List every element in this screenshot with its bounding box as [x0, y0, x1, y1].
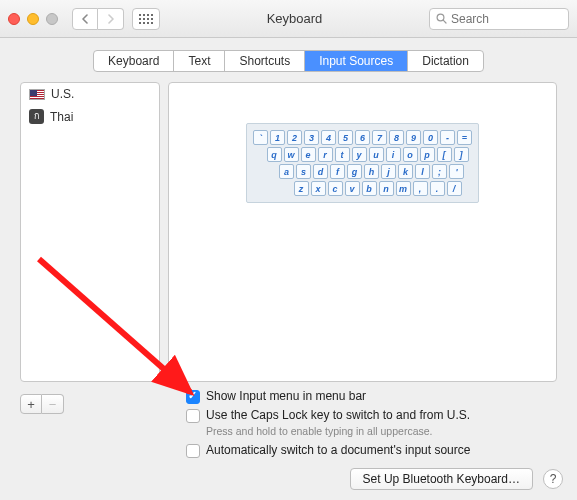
keyboard-preview: `1234567890-=qwertyuiop[]asdfghjkl;'zxcv… — [168, 82, 557, 382]
key: e — [301, 147, 316, 162]
key: x — [311, 181, 326, 196]
source-label: Thai — [50, 110, 73, 124]
svg-rect-5 — [143, 18, 145, 20]
key: = — [457, 130, 472, 145]
svg-rect-0 — [139, 14, 141, 16]
grid-icon — [139, 14, 153, 24]
svg-rect-2 — [147, 14, 149, 16]
search-field[interactable] — [429, 8, 569, 30]
window-title: Keyboard — [168, 11, 421, 26]
key: / — [447, 181, 462, 196]
show-input-menu-label: Show Input menu in menu bar — [206, 389, 366, 403]
key: h — [364, 164, 379, 179]
options-area: Show Input menu in menu bar Use the Caps… — [186, 389, 470, 462]
nav-segment — [72, 8, 124, 30]
help-button[interactable]: ? — [543, 469, 563, 489]
key: r — [318, 147, 333, 162]
key: d — [313, 164, 328, 179]
key: ] — [454, 147, 469, 162]
tab-shortcuts[interactable]: Shortcuts — [225, 51, 305, 71]
thai-icon: ก — [29, 109, 44, 124]
svg-rect-10 — [147, 22, 149, 24]
input-source-list[interactable]: U.S. ก Thai — [20, 82, 160, 382]
key: [ — [437, 147, 452, 162]
key: 2 — [287, 130, 302, 145]
key: . — [430, 181, 445, 196]
key: n — [379, 181, 394, 196]
window-controls — [8, 13, 58, 25]
tab-bar: Keyboard Text Shortcuts Input Sources Di… — [0, 50, 577, 72]
key: 4 — [321, 130, 336, 145]
key: m — [396, 181, 411, 196]
main-area: U.S. ก Thai `1234567890-=qwertyuiop[]asd… — [0, 82, 577, 382]
key: 8 — [389, 130, 404, 145]
add-source-button[interactable]: + — [20, 394, 42, 414]
tab-input-sources[interactable]: Input Sources — [305, 51, 408, 71]
titlebar: Keyboard — [0, 0, 577, 38]
auto-switch-label: Automatically switch to a document's inp… — [206, 443, 470, 457]
key: p — [420, 147, 435, 162]
auto-switch-checkbox[interactable] — [186, 444, 200, 458]
zoom-icon — [46, 13, 58, 25]
key: - — [440, 130, 455, 145]
key: 1 — [270, 130, 285, 145]
key: y — [352, 147, 367, 162]
svg-line-13 — [443, 20, 446, 23]
show-all-button[interactable] — [132, 8, 160, 30]
key: z — [294, 181, 309, 196]
key: w — [284, 147, 299, 162]
key: 0 — [423, 130, 438, 145]
key: j — [381, 164, 396, 179]
key: a — [279, 164, 294, 179]
bluetooth-keyboard-button[interactable]: Set Up Bluetooth Keyboard… — [350, 468, 533, 490]
search-input[interactable] — [451, 12, 562, 26]
key: l — [415, 164, 430, 179]
key: o — [403, 147, 418, 162]
svg-rect-7 — [151, 18, 153, 20]
key: ' — [449, 164, 464, 179]
svg-rect-1 — [143, 14, 145, 16]
key: , — [413, 181, 428, 196]
tab-dictation[interactable]: Dictation — [408, 51, 483, 71]
show-input-menu-checkbox[interactable] — [186, 390, 200, 404]
bottom-bar: Set Up Bluetooth Keyboard… ? — [350, 468, 563, 490]
tab-text[interactable]: Text — [174, 51, 225, 71]
key: ` — [253, 130, 268, 145]
key: g — [347, 164, 362, 179]
key: b — [362, 181, 377, 196]
key: t — [335, 147, 350, 162]
caps-lock-switch-checkbox[interactable] — [186, 409, 200, 423]
key: k — [398, 164, 413, 179]
remove-source-button[interactable]: − — [42, 394, 64, 414]
us-flag-icon — [29, 89, 45, 100]
key: u — [369, 147, 384, 162]
key: f — [330, 164, 345, 179]
svg-rect-4 — [139, 18, 141, 20]
key: c — [328, 181, 343, 196]
source-label: U.S. — [51, 87, 74, 101]
key: 9 — [406, 130, 421, 145]
svg-rect-11 — [151, 22, 153, 24]
add-remove-segment: + − — [20, 394, 64, 414]
svg-rect-8 — [139, 22, 141, 24]
caps-lock-note: Press and hold to enable typing in all u… — [206, 425, 470, 437]
caps-lock-switch-label: Use the Caps Lock key to switch to and f… — [206, 408, 470, 422]
key: q — [267, 147, 282, 162]
svg-rect-9 — [143, 22, 145, 24]
minimize-icon[interactable] — [27, 13, 39, 25]
source-item-thai[interactable]: ก Thai — [21, 105, 159, 128]
source-item-us[interactable]: U.S. — [21, 83, 159, 105]
key: i — [386, 147, 401, 162]
back-button[interactable] — [72, 8, 98, 30]
close-icon[interactable] — [8, 13, 20, 25]
key: 6 — [355, 130, 370, 145]
svg-rect-6 — [147, 18, 149, 20]
key: 7 — [372, 130, 387, 145]
search-icon — [436, 13, 447, 24]
key: 5 — [338, 130, 353, 145]
key: ; — [432, 164, 447, 179]
keyboard-layout: `1234567890-=qwertyuiop[]asdfghjkl;'zxcv… — [246, 123, 479, 203]
key: 3 — [304, 130, 319, 145]
tab-keyboard[interactable]: Keyboard — [94, 51, 174, 71]
forward-button[interactable] — [98, 8, 124, 30]
